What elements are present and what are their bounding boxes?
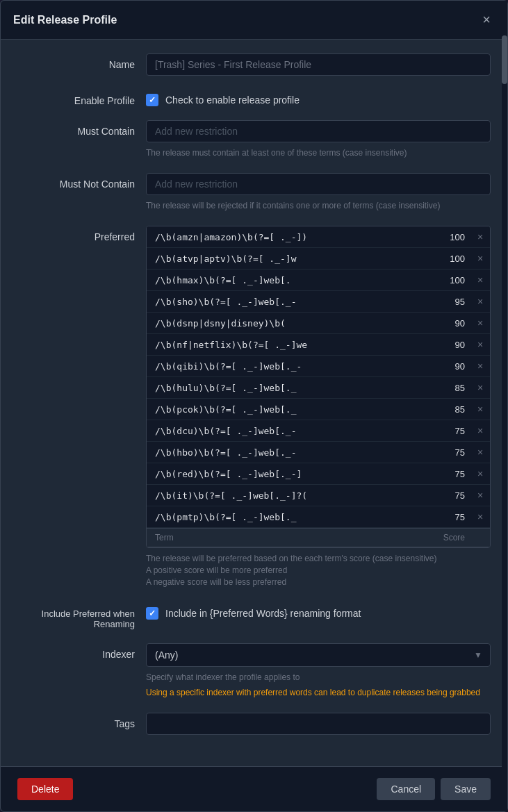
indexer-row: Indexer (Any) ▼ Specify what indexer the…: [17, 643, 491, 699]
preferred-score-10: 75: [432, 442, 470, 463]
preferred-delete-button-4[interactable]: ×: [470, 313, 490, 333]
include-preferred-checkbox-row: ✓ Include in {Preferred Words} renaming …: [146, 603, 491, 620]
enable-profile-checkbox[interactable]: ✓: [146, 94, 158, 106]
delete-button[interactable]: Delete: [17, 778, 73, 800]
preferred-score-11: 75: [432, 464, 470, 484]
preferred-note3: A negative score will be less preferred: [146, 577, 491, 587]
preferred-term-7: /\b(hulu)\b(?=[ ._-]web[._: [147, 378, 432, 398]
footer-right-buttons: Cancel Save: [377, 778, 491, 800]
save-button[interactable]: Save: [441, 778, 491, 800]
enable-profile-checkbox-label: Check to enable release profile: [165, 94, 300, 106]
tags-label: Tags: [17, 713, 146, 729]
preferred-score-0: 100: [432, 227, 470, 247]
must-contain-input[interactable]: [146, 120, 491, 142]
edit-release-profile-modal: Edit Release Profile × Name Enable Profi…: [0, 0, 508, 812]
preferred-list-item: /\b(it)\b(?=[ ._-]web[._-]?( 75 ×: [147, 485, 490, 506]
preferred-term-4: /\b(dsnp|dsny|disney)\b(: [147, 313, 432, 333]
preferred-term-11: /\b(red)\b(?=[ ._-]web[._-]: [147, 464, 432, 484]
preferred-score-8: 85: [432, 399, 470, 420]
name-row: Name: [17, 53, 491, 76]
preferred-term-8: /\b(pcok)\b(?=[ ._-]web[._: [147, 399, 432, 420]
preferred-term-6: /\b(qibi)\b(?=[ ._-]web[._-: [147, 356, 432, 376]
must-not-contain-input[interactable]: [146, 173, 491, 195]
preferred-label: Preferred: [17, 226, 146, 242]
preferred-term-5: /\b(nf|netflix)\b(?=[ ._-]we: [147, 335, 432, 355]
preferred-score-6: 90: [432, 356, 470, 376]
preferred-list-item: /\b(pcok)\b(?=[ ._-]web[._ 85 ×: [147, 399, 490, 420]
must-not-contain-row: Must Not Contain The release will be rej…: [17, 173, 491, 212]
scrollbar-track[interactable]: [502, 1, 507, 811]
close-button[interactable]: ×: [478, 10, 495, 29]
preferred-score-4: 90: [432, 313, 470, 333]
enable-profile-row: Enable Profile ✓ Check to enable release…: [17, 90, 491, 106]
preferred-list-item: /\b(sho)\b(?=[ ._-]web[._- 95 ×: [147, 291, 490, 313]
must-contain-control: The release must contain at least one of…: [146, 120, 491, 159]
preferred-delete-button-13[interactable]: ×: [470, 506, 490, 527]
preferred-term-10: /\b(hbo)\b(?=[ ._-]web[._-: [147, 442, 432, 463]
preferred-delete-button-12[interactable]: ×: [470, 485, 490, 506]
preferred-list-item: /\b(pmtp)\b(?=[ ._-]web[._ 75 ×: [147, 506, 490, 528]
enable-profile-control: ✓ Check to enable release profile: [146, 90, 491, 106]
preferred-score-12: 75: [432, 486, 470, 506]
preferred-col-term-header: Term: [147, 529, 432, 547]
tags-input[interactable]: [146, 713, 491, 735]
indexer-select-wrap: (Any) ▼: [146, 643, 491, 667]
preferred-delete-button-2[interactable]: ×: [470, 270, 490, 290]
include-preferred-control: ✓ Include in {Preferred Words} renaming …: [146, 603, 491, 620]
indexer-label: Indexer: [17, 643, 146, 660]
modal-header: Edit Release Profile ×: [1, 1, 507, 40]
preferred-score-3: 95: [432, 292, 470, 312]
preferred-score-7: 85: [432, 378, 470, 398]
tags-control: [146, 713, 491, 735]
include-preferred-row: Include Preferred when Renaming ✓ Includ…: [17, 603, 491, 629]
preferred-delete-button-8[interactable]: ×: [470, 399, 490, 420]
preferred-row: Preferred /\b(amzn|amazon)\b(?=[ ._-]) 1…: [17, 226, 491, 589]
preferred-delete-button-0[interactable]: ×: [470, 226, 490, 247]
preferred-note1: The release will be preferred based on t…: [146, 554, 491, 563]
indexer-select[interactable]: (Any): [146, 643, 491, 667]
preferred-score-1: 100: [432, 249, 470, 269]
preferred-term-1: /\b(atvp|aptv)\b(?=[ ._-]w: [147, 249, 432, 269]
preferred-term-3: /\b(sho)\b(?=[ ._-]web[._-: [147, 292, 432, 312]
preferred-list-item: /\b(hmax)\b(?=[ ._-]web[. 100 ×: [147, 270, 490, 291]
preferred-score-13: 75: [432, 507, 470, 527]
preferred-delete-button-7[interactable]: ×: [470, 377, 490, 398]
must-contain-label: Must Contain: [17, 120, 146, 137]
preferred-col-score-header: Score: [432, 529, 470, 547]
preferred-delete-button-9[interactable]: ×: [470, 420, 490, 441]
modal-body: Name Enable Profile ✓ Check to enable re…: [1, 40, 507, 766]
preferred-list-item: /\b(dsnp|dsny|disney)\b( 90 ×: [147, 313, 490, 334]
include-preferred-label: Include Preferred when Renaming: [17, 603, 146, 629]
preferred-delete-button-1[interactable]: ×: [470, 248, 490, 269]
enable-profile-checkbox-row: ✓ Check to enable release profile: [146, 90, 491, 106]
cancel-button[interactable]: Cancel: [377, 778, 435, 800]
must-not-contain-label: Must Not Contain: [17, 173, 146, 190]
must-contain-help: The release must contain at least one of…: [146, 147, 491, 159]
preferred-delete-button-11[interactable]: ×: [470, 463, 490, 484]
preferred-table: /\b(amzn|amazon)\b(?=[ ._-]) 100 × /\b(a…: [146, 226, 491, 548]
preferred-term-12: /\b(it)\b(?=[ ._-]web[._-]?(: [147, 486, 432, 506]
name-control: [146, 53, 491, 76]
modal-title: Edit Release Profile: [13, 14, 117, 26]
preferred-delete-button-10[interactable]: ×: [470, 442, 490, 463]
preferred-control: /\b(amzn|amazon)\b(?=[ ._-]) 100 × /\b(a…: [146, 226, 491, 589]
preferred-table-header: Term Score: [147, 528, 490, 547]
preferred-delete-button-5[interactable]: ×: [470, 334, 490, 355]
preferred-term-9: /\b(dcu)\b(?=[ ._-]web[._-: [147, 421, 432, 441]
modal-footer: Delete Cancel Save: [1, 766, 507, 811]
preferred-list-item: /\b(qibi)\b(?=[ ._-]web[._- 90 ×: [147, 356, 490, 377]
include-preferred-checkbox[interactable]: ✓: [146, 607, 158, 620]
scrollbar-thumb[interactable]: [502, 35, 507, 84]
preferred-list-item: /\b(red)\b(?=[ ._-]web[._-] 75 ×: [147, 463, 490, 485]
preferred-note2: A positive score will be more preferred: [146, 565, 491, 575]
enable-profile-label: Enable Profile: [17, 90, 146, 106]
name-input[interactable]: [146, 53, 491, 76]
preferred-delete-button-3[interactable]: ×: [470, 291, 490, 312]
preferred-score-5: 90: [432, 335, 470, 355]
must-contain-row: Must Contain The release must contain at…: [17, 120, 491, 159]
preferred-notes: The release will be preferred based on t…: [146, 554, 491, 587]
preferred-delete-button-6[interactable]: ×: [470, 356, 490, 376]
preferred-list-item: /\b(dcu)\b(?=[ ._-]web[._- 75 ×: [147, 420, 490, 442]
preferred-score-2: 100: [432, 270, 470, 290]
must-not-contain-control: The release will be rejected if it conta…: [146, 173, 491, 212]
